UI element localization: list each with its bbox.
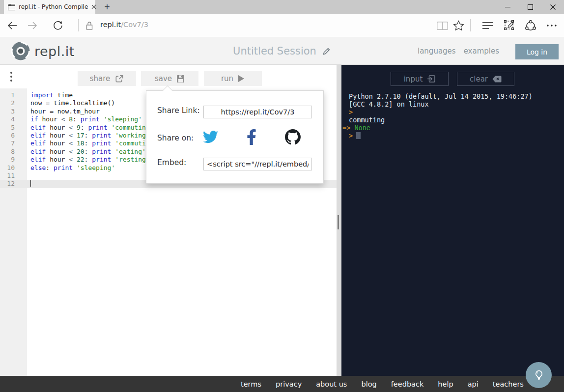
editor-panel: share save run 1import time2now = time.l…: [0, 65, 341, 376]
code-text: elif hour < 9: print 'commuting': [15, 124, 153, 132]
console-line: [GCC 4.8.2] on linux: [349, 100, 560, 108]
github-icon[interactable]: [284, 129, 301, 145]
line-number: 4: [0, 115, 15, 123]
lock-icon: [84, 20, 95, 31]
code-text: else: print 'sleeping': [15, 164, 115, 172]
forward-icon[interactable]: [27, 20, 38, 31]
maximize-icon[interactable]: [519, 0, 541, 14]
code-text: [15, 180, 31, 188]
twitter-icon[interactable]: [202, 129, 219, 145]
url-field[interactable]: repl.it/Cov7/3: [100, 21, 148, 28]
save-floppy-icon: [176, 75, 185, 83]
share-link-input[interactable]: [203, 106, 312, 118]
run-button[interactable]: run: [204, 71, 262, 86]
reading-view-icon[interactable]: [436, 20, 448, 31]
input-enter-icon: [427, 75, 435, 83]
share-page-icon[interactable]: [525, 20, 536, 31]
footer-link-feedback[interactable]: feedback: [391, 380, 424, 388]
browser-titlebar: repl.it - Python Compile +: [0, 0, 564, 14]
popup-notch: [163, 85, 172, 95]
input-button[interactable]: input: [391, 72, 449, 86]
browser-tab[interactable]: repl.it - Python Compile: [4, 0, 95, 14]
url-path: /Cov7/3: [121, 21, 148, 28]
facebook-icon[interactable]: [243, 129, 260, 145]
export-icon: [114, 74, 124, 84]
site-footer: termsprivacyabout usblogfeedbackhelpapit…: [0, 376, 564, 392]
new-tab-button[interactable]: +: [98, 0, 116, 14]
browser-addressbar: repl.it/Cov7/3: [0, 14, 564, 37]
line-number: 3: [0, 108, 15, 115]
console-line: commuting: [349, 116, 560, 124]
footer-link-blog[interactable]: blog: [361, 380, 376, 388]
line-number: 12: [0, 180, 15, 188]
play-icon: [238, 75, 245, 83]
save-button-label: save: [155, 74, 172, 83]
code-text: hour = now.tm_hour: [15, 108, 100, 115]
footer-link-privacy[interactable]: privacy: [276, 380, 302, 388]
code-text: elif hour < 18: print 'commuting': [15, 140, 157, 147]
header-nav-examples[interactable]: examples: [464, 47, 499, 56]
line-number: 10: [0, 164, 15, 172]
tab-close-icon[interactable]: [91, 4, 96, 9]
backspace-icon: [492, 76, 502, 83]
code-text: elif hour < 17: print 'working': [15, 132, 150, 140]
divider: [470, 19, 471, 31]
code-text: import time: [15, 91, 73, 99]
console-panel: input clear Python 2.7.10 (default, Jul …: [341, 65, 564, 376]
line-number: 7: [0, 140, 15, 147]
clear-button[interactable]: clear: [457, 72, 514, 86]
clear-button-label: clear: [470, 75, 488, 84]
code-text: if hour < 8: print 'sleeping': [15, 115, 142, 123]
line-number: 6: [0, 132, 15, 140]
embed-input[interactable]: [203, 158, 312, 170]
edit-title-icon[interactable]: [322, 47, 331, 56]
share-on-label: Share on:: [157, 134, 194, 142]
embed-label: Embed:: [157, 158, 186, 167]
code-text: [15, 172, 30, 180]
code-text: elif hour < 22: print 'resting': [15, 156, 150, 164]
editor-scrollbar[interactable]: [337, 65, 341, 376]
window-controls: [496, 0, 564, 14]
share-link-label: Share Link:: [157, 106, 200, 115]
footer-link-teachers[interactable]: teachers: [493, 380, 524, 388]
footer-link-about-us[interactable]: about us: [316, 380, 347, 388]
tab-favicon-icon: [8, 4, 15, 10]
session-title: Untitled Session: [233, 45, 316, 57]
close-icon[interactable]: [541, 0, 564, 14]
more-options-icon[interactable]: [546, 20, 558, 31]
site-header: repl.it Untitled Session languagesexampl…: [0, 37, 564, 65]
save-button[interactable]: save: [141, 71, 198, 86]
login-button[interactable]: Log in: [515, 44, 559, 59]
line-number: 1: [0, 91, 15, 99]
url-host: repl.it: [100, 21, 121, 28]
footer-link-api[interactable]: api: [468, 380, 479, 388]
favorites-star-icon[interactable]: [452, 20, 464, 31]
refresh-icon[interactable]: [52, 20, 64, 31]
code-text: now = time.localtime(): [15, 99, 115, 107]
console-line: => None: [342, 124, 560, 132]
console-cursor: [356, 132, 361, 139]
scrollbar-thumb[interactable]: [338, 215, 339, 229]
footer-link-help[interactable]: help: [438, 380, 453, 388]
console-output[interactable]: Python 2.7.10 (default, Jul 14 2015, 19:…: [349, 92, 560, 140]
tab-title: repl.it - Python Compile: [19, 3, 88, 10]
hub-icon[interactable]: [482, 20, 494, 31]
feedback-bulb-button[interactable]: [526, 362, 552, 388]
console-line: Python 2.7.10 (default, Jul 14 2015, 19:…: [349, 92, 560, 100]
line-number: 5: [0, 124, 15, 132]
web-note-icon[interactable]: [504, 20, 515, 31]
share-button[interactable]: share: [78, 71, 136, 86]
back-icon[interactable]: [6, 20, 18, 31]
browser-window: repl.it - Python Compile + repl.it/Cov7/…: [0, 0, 564, 392]
line-number: 8: [0, 148, 15, 156]
divider: [78, 19, 79, 31]
minimize-icon[interactable]: [496, 0, 519, 14]
text-cursor: [30, 180, 31, 187]
editor-menu-icon[interactable]: [10, 72, 12, 82]
input-button-label: input: [404, 75, 423, 84]
footer-link-terms[interactable]: terms: [241, 380, 261, 388]
share-popup: Share Link: Share on: Embed:: [146, 90, 324, 184]
console-line: >: [349, 108, 560, 116]
line-number: 11: [0, 172, 15, 180]
header-nav-languages[interactable]: languages: [418, 47, 456, 56]
